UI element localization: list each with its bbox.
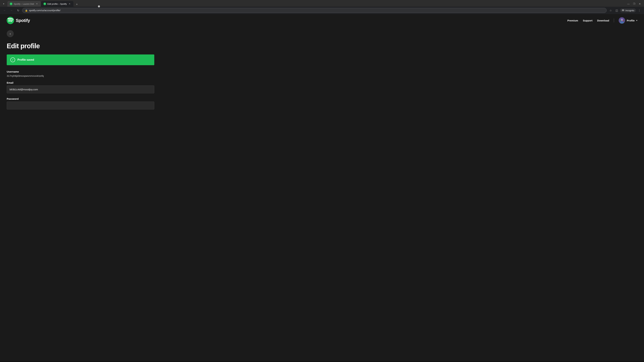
success-banner: ✓ Profile saved	[7, 54, 154, 65]
download-link[interactable]: Download	[597, 19, 609, 22]
tab-favicon-2	[44, 2, 46, 5]
incognito-label: Incognito	[626, 9, 634, 12]
tab-spotify-lauren[interactable]: Spotify – Lauren Deli ✕	[8, 1, 41, 7]
nav-profile[interactable]: Profile ▾	[619, 17, 637, 24]
bookmark-button[interactable]: ☆	[608, 8, 613, 13]
browser-navbar: ← → ↻ 🔒 spotify.com/us/account/profile/ …	[0, 7, 644, 14]
page-title: Edit profile	[7, 42, 151, 50]
username-label: Username	[7, 70, 154, 73]
svg-point-6	[620, 19, 621, 21]
refresh-button[interactable]: ↻	[16, 8, 21, 13]
email-section: Email	[7, 81, 154, 93]
spotify-nav-right: Premium Support Download Profile ▾	[567, 17, 637, 24]
main-content: ‹ Edit profile ✓ Profile saved Username …	[0, 27, 158, 123]
tab-list: Spotify – Lauren Deli ✕ Edit profile – S…	[8, 1, 626, 7]
nav-divider	[614, 18, 614, 22]
email-input[interactable]	[7, 85, 154, 93]
browser-chrome: ▼ Spotify – Lauren Deli ✕	[0, 0, 644, 14]
svg-point-2	[7, 17, 14, 24]
back-button[interactable]: ‹	[7, 30, 14, 37]
back-nav-button[interactable]: ←	[2, 8, 8, 13]
spotify-logo-text: Spotify	[16, 18, 30, 23]
tab-expand-button[interactable]: ▼	[1, 1, 6, 6]
svg-point-4	[621, 18, 623, 21]
back-arrow-icon: ‹	[10, 32, 11, 35]
svg-point-7	[623, 20, 624, 21]
profile-chevron-icon: ▾	[636, 19, 637, 22]
incognito-icon	[622, 9, 624, 12]
address-bar[interactable]: 🔒 spotify.com/us/account/profile/	[22, 8, 606, 13]
new-tab-button[interactable]: +	[74, 2, 79, 7]
profile-name: Profile	[627, 19, 634, 22]
tab-favicon-1	[10, 2, 12, 5]
avatar-image	[619, 17, 625, 24]
minimize-button[interactable]: —	[626, 2, 630, 6]
menu-button[interactable]: ⋮	[636, 8, 642, 13]
restore-button[interactable]: ❐	[632, 2, 636, 6]
password-section: Password	[7, 97, 154, 109]
profile-avatar	[619, 17, 625, 24]
spotify-logo[interactable]: Spotify	[7, 17, 30, 24]
url-display: spotify.com/us/account/profile/	[29, 9, 604, 12]
username-section: Username 317nyh6jd3mospwvnmvvx4rizefq	[7, 70, 154, 77]
lock-icon: 🔒	[25, 9, 28, 12]
window-controls: — ❐ ✕	[626, 2, 643, 6]
email-label: Email	[7, 81, 154, 84]
tab1-close-button[interactable]: ✕	[36, 2, 38, 5]
incognito-badge[interactable]: Incognito	[620, 8, 636, 12]
tab1-label: Spotify – Lauren Deli	[14, 3, 34, 5]
username-value: 317nyh6jd3mospwvnmvvx4rizefq	[7, 74, 154, 77]
success-checkmark-icon: ✓	[10, 57, 15, 62]
tab2-label: Edit profile – Spotify	[48, 3, 67, 5]
success-message: Profile saved	[18, 58, 34, 61]
tab-edit-profile[interactable]: Edit profile – Spotify ✕	[41, 1, 74, 7]
forward-nav-button[interactable]: →	[9, 8, 14, 13]
tab2-close-button[interactable]: ✕	[68, 2, 71, 5]
split-view-button[interactable]: ◫	[614, 8, 619, 13]
support-link[interactable]: Support	[583, 19, 592, 22]
browser-titlebar: ▼ Spotify – Lauren Deli ✕	[0, 0, 644, 7]
nav-right-icons: ☆ ◫ Incognito ⋮	[608, 8, 642, 13]
spotify-navbar: Spotify Premium Support Download Profile	[0, 14, 644, 27]
spotify-page: Spotify Premium Support Download Profile	[0, 14, 644, 361]
password-input[interactable]	[7, 102, 154, 109]
password-label: Password	[7, 97, 154, 100]
premium-link[interactable]: Premium	[567, 19, 578, 22]
close-button[interactable]: ✕	[638, 2, 642, 6]
spotify-logo-icon	[7, 17, 14, 24]
